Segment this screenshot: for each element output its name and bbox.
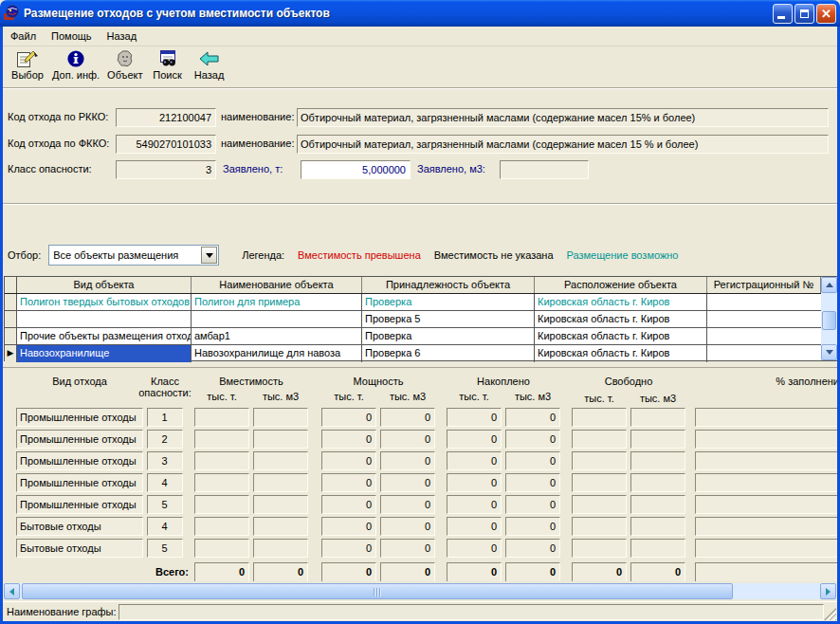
- cell-ownership[interactable]: Проверка 6: [362, 345, 535, 362]
- combo-dropdown-button[interactable]: [201, 247, 217, 264]
- fill-percent-field: [695, 473, 839, 492]
- cell-reg[interactable]: [707, 328, 821, 344]
- back-button[interactable]: Назад: [189, 46, 230, 81]
- table-row-selected[interactable]: ▶ Навозохранилище Навозохранилище для на…: [5, 345, 837, 362]
- col-location[interactable]: Расположение объекта: [535, 277, 707, 293]
- cell-ownership[interactable]: Проверка: [362, 294, 535, 310]
- declared-t-field[interactable]: 5,000000: [301, 160, 411, 179]
- cell-name[interactable]: [192, 311, 362, 327]
- cell-kind[interactable]: Навозохранилище: [17, 345, 192, 362]
- menu-help[interactable]: Помощь: [44, 28, 100, 45]
- col-name[interactable]: Наименование объекта: [192, 277, 362, 293]
- close-button[interactable]: ✕: [816, 4, 836, 24]
- scroll-left-button[interactable]: [4, 583, 20, 599]
- unit-label: тыс. т.: [194, 391, 249, 402]
- col-ownership[interactable]: Принадлежность объекта: [362, 277, 535, 293]
- cell-name[interactable]: Полигон для примера: [192, 294, 362, 310]
- maximize-button[interactable]: [794, 4, 814, 24]
- cell-reg[interactable]: [707, 311, 821, 327]
- cell-kind[interactable]: [17, 311, 192, 327]
- cell-ownership[interactable]: Проверка: [362, 328, 535, 344]
- waste-type-field: Бытовые отходы: [16, 517, 143, 536]
- search-button[interactable]: Поиск: [147, 46, 189, 81]
- capacity-t-field: [194, 539, 249, 558]
- cell-location[interactable]: Кировская область г. Киров: [535, 345, 707, 362]
- table-row[interactable]: Полигон твердых бытовых отходов Полигон …: [5, 294, 837, 311]
- unit-label: тыс. м3: [253, 391, 308, 402]
- col-kind[interactable]: Вид объекта: [17, 277, 192, 293]
- power-t-field: 0: [321, 408, 376, 427]
- accumulated-t-field: 0: [447, 517, 502, 536]
- declared-m3-field[interactable]: [500, 160, 589, 179]
- object-button[interactable]: Объект: [103, 46, 146, 81]
- power-m3-field: 0: [380, 495, 435, 514]
- total-row: Всего: 0 0 0 0 0 0 0 0: [3, 562, 840, 581]
- col-waste-type: Вид отхода: [16, 376, 143, 387]
- horizontal-scrollbar[interactable]: [4, 583, 836, 599]
- free-m3-field: [630, 430, 685, 449]
- fkko-name-field[interactable]: Обтирочный материал, загрязненный маслам…: [297, 135, 829, 154]
- capacity-m3-field: [253, 539, 308, 558]
- cell-name[interactable]: амбар1: [192, 328, 362, 344]
- cell-location[interactable]: Кировская область г. Киров: [535, 294, 707, 310]
- cell-location[interactable]: Кировская область г. Киров: [535, 311, 707, 327]
- power-t-field: 0: [321, 517, 376, 536]
- legend-not-specified: Вместимость не указана: [434, 249, 554, 261]
- capacity-row: Промышленные отходы 2 0 0 0 0: [3, 430, 840, 449]
- rkko-name-field[interactable]: Обтирочный материал, загрязненный маслам…: [297, 108, 829, 127]
- free-t-field: [572, 517, 627, 536]
- fill-percent-field: [695, 451, 839, 470]
- cell-ownership[interactable]: Проверка 5: [362, 311, 535, 327]
- waste-type-field: Промышленные отходы: [16, 473, 143, 492]
- search-binoculars-icon: [157, 48, 178, 68]
- cell-reg[interactable]: [707, 294, 821, 310]
- legend-label: Легенда:: [242, 249, 284, 261]
- power-m3-field: 0: [380, 517, 435, 536]
- menu-file[interactable]: Файл: [3, 28, 44, 45]
- capacity-row: Промышленные отходы 1 0 0 0 0: [3, 408, 840, 427]
- free-t-field: [572, 473, 627, 492]
- info-button[interactable]: Доп. инф.: [48, 46, 103, 81]
- power-t-field: 0: [321, 495, 376, 514]
- vertical-scrollbar[interactable]: [821, 277, 837, 360]
- scroll-right-button[interactable]: [820, 583, 836, 599]
- horizontal-scroll-thumb[interactable]: [22, 583, 733, 599]
- rkko-code-field[interactable]: 212100047: [116, 108, 216, 127]
- col-power: Мощность: [321, 376, 435, 387]
- scroll-up-button[interactable]: [821, 277, 837, 293]
- menu-back[interactable]: Назад: [100, 28, 145, 45]
- table-row[interactable]: Прочие объекты размещения отходов амбар1…: [5, 328, 837, 345]
- free-m3-field: [630, 517, 685, 536]
- minimize-button[interactable]: [773, 4, 793, 24]
- cell-reg[interactable]: [707, 345, 821, 362]
- status-label: Наименование графы:: [7, 606, 117, 617]
- capacity-panel: Вид отхода Класс опасности: Вместимость …: [3, 367, 840, 581]
- fkko-name-label: наименование:: [221, 138, 294, 149]
- cell-name[interactable]: Навозохранилище для навоза: [192, 345, 362, 362]
- hazard-class-field[interactable]: 3: [116, 160, 216, 179]
- rkko-label: Код отхода по РККО:: [8, 111, 108, 122]
- fkko-label: Код отхода по ФККО:: [8, 138, 109, 149]
- accumulated-t-field: 0: [447, 539, 502, 558]
- unit-label: тыс. т.: [447, 391, 502, 402]
- resize-grip[interactable]: [824, 608, 836, 620]
- free-m3-field: [630, 408, 685, 427]
- col-free: Свободно: [572, 376, 685, 387]
- placement-filter-select[interactable]: Все объекты размещения: [48, 245, 219, 266]
- col-reg-number[interactable]: Регистрационный №: [707, 277, 821, 293]
- cell-kind[interactable]: Прочие объекты размещения отходов: [17, 328, 192, 344]
- form-edit-icon: [16, 48, 39, 68]
- legend-possible: Размещение возможно: [567, 249, 679, 261]
- vertical-scroll-thumb[interactable]: [822, 311, 836, 330]
- cell-location[interactable]: Кировская область г. Киров: [535, 328, 707, 344]
- table-row[interactable]: Проверка 5 Кировская область г. Киров: [5, 311, 837, 328]
- select-button[interactable]: Выбор: [7, 46, 48, 81]
- scroll-down-button[interactable]: [821, 344, 837, 360]
- cell-kind[interactable]: Полигон твердых бытовых отходов: [17, 294, 192, 310]
- window-title: Размещение отходов с учетом вместимости …: [24, 7, 771, 20]
- fill-percent-field: [695, 517, 839, 536]
- accumulated-m3-field: 0: [505, 451, 560, 470]
- capacity-m3-field: [253, 408, 308, 427]
- title-bar[interactable]: Размещение отходов с учетом вместимости …: [0, 0, 840, 27]
- fkko-code-field[interactable]: 5490270101033: [116, 135, 216, 154]
